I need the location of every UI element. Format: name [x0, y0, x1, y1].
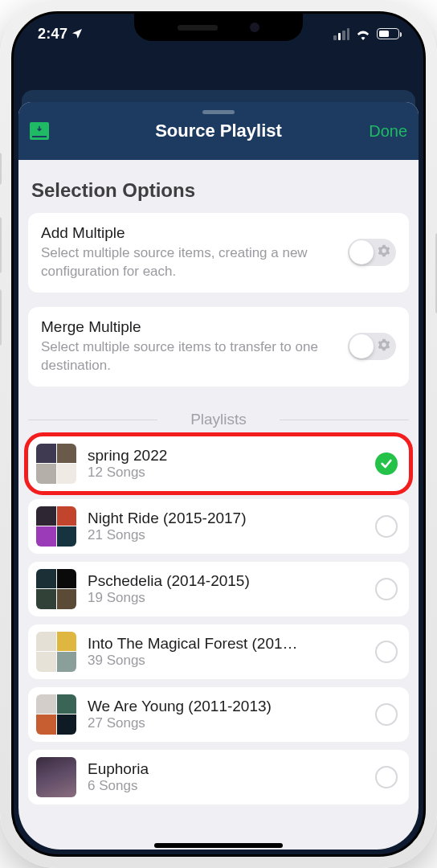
- wifi-icon: [355, 28, 371, 40]
- playlist-title: Pschedelia (2014-2015): [88, 572, 364, 590]
- playlist-row[interactable]: Pschedelia (2014-2015) 19 Songs: [28, 562, 409, 616]
- playlist-art-icon: [36, 694, 76, 735]
- playlist-subtitle: 12 Songs: [88, 465, 364, 481]
- gear-icon: [378, 244, 390, 260]
- playlist-title: spring 2022: [88, 447, 364, 465]
- playlist-title: Into The Magical Forest (201…: [88, 635, 364, 653]
- option-subtitle: Select multiple source items, creating a…: [41, 244, 338, 281]
- volume-up-button: [0, 217, 2, 273]
- cellular-icon: [333, 28, 349, 40]
- radio-unselected-icon: [375, 766, 398, 788]
- radio-unselected-icon: [375, 515, 398, 538]
- nav-title: Source Playlist: [18, 121, 419, 141]
- playlist-art-icon: [36, 757, 76, 797]
- mute-switch: [0, 153, 2, 185]
- option-title: Add Multiple: [41, 224, 338, 242]
- toggle-add-multiple[interactable]: [348, 239, 396, 266]
- playlist-subtitle: 6 Songs: [88, 778, 364, 794]
- download-icon[interactable]: [30, 122, 49, 140]
- playlist-art-icon: [36, 506, 76, 547]
- playlist-art-icon: [36, 569, 76, 609]
- battery-icon: [377, 28, 399, 39]
- option-title: Merge Multiple: [41, 318, 338, 336]
- playlist-subtitle: 39 Songs: [88, 653, 364, 669]
- modal-sheet: Source Playlist Done Selection Options A…: [18, 102, 419, 850]
- option-subtitle: Select multiple source items to transfer…: [41, 338, 338, 375]
- playlist-title: Euphoria: [88, 760, 364, 778]
- playlist-subtitle: 27 Songs: [88, 715, 364, 731]
- sheet-grabber[interactable]: [202, 110, 235, 114]
- playlist-title: Night Ride (2015-2017): [88, 510, 364, 527]
- toggle-merge-multiple[interactable]: [348, 333, 396, 360]
- volume-down-button: [0, 289, 2, 346]
- playlists-divider-label: Playlists: [28, 411, 409, 428]
- radio-unselected-icon: [375, 578, 398, 600]
- option-merge-multiple: Merge Multiple Select multiple source it…: [28, 307, 409, 387]
- radio-unselected-icon: [375, 703, 398, 726]
- playlist-row[interactable]: Into The Magical Forest (201… 39 Songs: [28, 624, 409, 679]
- screen: 2:47: [11, 11, 426, 857]
- playlist-art-icon: [36, 444, 76, 484]
- playlist-title: We Are Young (2011-2013): [88, 698, 364, 715]
- gear-icon: [378, 338, 390, 354]
- playlist-row[interactable]: Night Ride (2015-2017) 21 Songs: [28, 499, 409, 554]
- playlist-row[interactable]: We Are Young (2011-2013) 27 Songs: [28, 687, 409, 742]
- playlist-subtitle: 19 Songs: [88, 590, 364, 606]
- status-time: 2:47: [38, 26, 67, 43]
- option-add-multiple: Add Multiple Select multiple source item…: [28, 213, 409, 293]
- playlist-row[interactable]: Euphoria 6 Songs: [28, 750, 409, 805]
- location-icon: [71, 27, 84, 40]
- playlist-art-icon: [36, 632, 76, 672]
- home-indicator[interactable]: [154, 843, 283, 848]
- radio-unselected-icon: [375, 641, 398, 663]
- device-frame: 2:47: [0, 0, 437, 868]
- playlist-row[interactable]: spring 2022 12 Songs: [28, 436, 409, 491]
- done-button[interactable]: Done: [369, 122, 407, 141]
- nav-bar: Source Playlist Done: [18, 102, 419, 160]
- playlist-subtitle: 21 Songs: [88, 527, 364, 543]
- notch: [134, 14, 303, 41]
- section-heading: Selection Options: [31, 179, 406, 202]
- check-icon: [375, 452, 398, 475]
